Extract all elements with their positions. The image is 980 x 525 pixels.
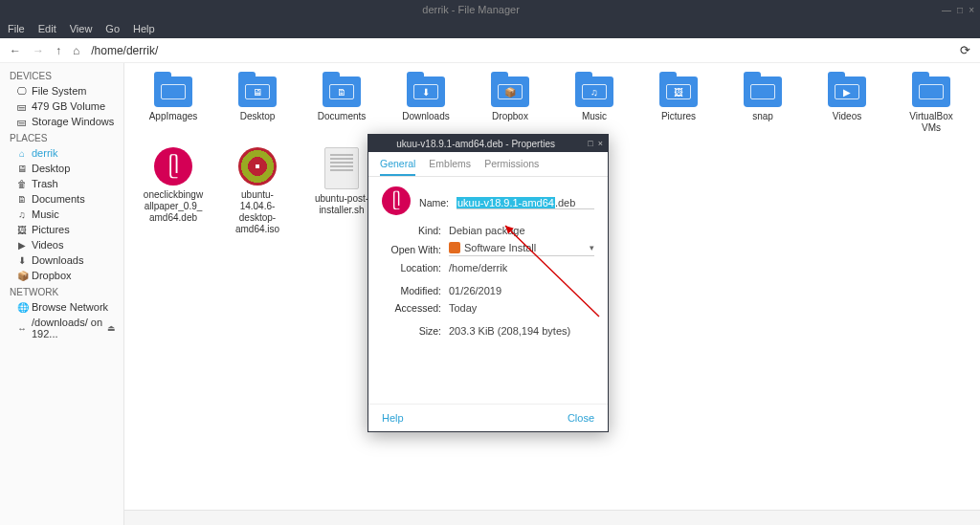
- folder-icon: ⬇: [407, 77, 445, 107]
- debian-swirl-icon: ᥫ: [382, 186, 411, 215]
- eject-icon[interactable]: ⏏: [107, 323, 116, 333]
- close-button[interactable]: Close: [568, 412, 594, 424]
- sidebar-item-icon: ⌂: [17, 148, 27, 159]
- dialog-close-icon[interactable]: ×: [598, 139, 603, 148]
- software-install-icon: [449, 242, 460, 253]
- folder-icon: [912, 77, 950, 107]
- sidebar-item-label: Pictures: [32, 224, 70, 235]
- file-item[interactable]: ᥫoneclickbingwallpaper_0.9_amd64.deb: [142, 147, 205, 235]
- sidebar-item[interactable]: ♫Music: [6, 207, 123, 222]
- dialog-title: ukuu-v18.9.1-amd64.deb - Properties: [368, 139, 583, 149]
- sidebar-item[interactable]: ⬇Downloads: [6, 252, 123, 268]
- folder-icon: 📦: [491, 77, 529, 107]
- open-with-dropdown[interactable]: Software Install ▾: [449, 242, 594, 256]
- sidebar: DEVICES🖵File System🖴479 GB Volume🖴Storag…: [0, 63, 124, 525]
- folder-item[interactable]: AppImages: [142, 77, 205, 134]
- sidebar-item-label: Trash: [32, 178, 58, 189]
- iso-disc-icon: [238, 147, 277, 186]
- folder-icon: 🖼: [659, 77, 698, 107]
- sidebar-item-icon: 🖵: [17, 86, 27, 97]
- menu-edit[interactable]: Edit: [38, 23, 56, 34]
- sidebar-item-icon: 🖴: [17, 117, 27, 127]
- sidebar-item[interactable]: ⌂derrik: [6, 145, 123, 161]
- sidebar-item[interactable]: 🗎Documents: [6, 191, 123, 207]
- sidebar-item-label: 479 GB Volume: [32, 100, 105, 112]
- sidebar-item-icon: ⬇: [17, 255, 27, 266]
- folder-item[interactable]: ▶Videos: [815, 77, 879, 134]
- name-input[interactable]: ukuu-v18.9.1-amd64.deb: [457, 197, 594, 209]
- item-label: ubuntu-14.04.6-desktop-amd64.iso: [226, 189, 289, 235]
- folder-icon: ♫: [575, 77, 613, 107]
- dialog-tabs: General Emblems Permissions: [368, 152, 608, 177]
- dialog-maximize-icon[interactable]: □: [588, 139, 592, 148]
- folder-item[interactable]: VirtualBox VMs: [900, 77, 963, 134]
- path-bar[interactable]: /home/derrik/: [91, 44, 158, 57]
- sidebar-item[interactable]: 🖴Storage Windows: [6, 114, 123, 129]
- sidebar-item-label: Desktop: [32, 163, 70, 174]
- sidebar-item-label: Documents: [32, 193, 85, 205]
- menu-file[interactable]: File: [8, 23, 25, 34]
- nav-home-icon[interactable]: ⌂: [73, 44, 79, 57]
- window-title: derrik - File Manager: [0, 4, 942, 15]
- label-modified: Modified:: [382, 285, 441, 296]
- menu-view[interactable]: View: [70, 23, 93, 34]
- folder-icon: [744, 77, 782, 107]
- sidebar-item-icon: 🗎: [17, 194, 27, 205]
- sidebar-item[interactable]: 🌐Browse Network: [6, 299, 123, 315]
- sidebar-item[interactable]: 📦Dropbox: [6, 268, 123, 283]
- nav-up-icon[interactable]: ↑: [56, 44, 61, 57]
- sidebar-item-icon: ↔: [17, 323, 27, 334]
- properties-dialog: ukuu-v18.9.1-amd64.deb - Properties □ × …: [368, 134, 609, 432]
- sidebar-item[interactable]: 🖴479 GB Volume: [6, 98, 123, 114]
- sidebar-item[interactable]: 🖥Desktop: [6, 161, 123, 176]
- value-accessed: Today: [449, 302, 477, 314]
- sidebar-item[interactable]: 🖵File System: [6, 83, 123, 98]
- help-button[interactable]: Help: [382, 412, 404, 424]
- nav-forward-icon: →: [33, 44, 44, 57]
- item-label: snap: [752, 111, 773, 122]
- item-label: Pictures: [661, 111, 696, 122]
- maximize-icon[interactable]: □: [957, 5, 963, 15]
- item-label: VirtualBox VMs: [900, 111, 963, 134]
- folder-item[interactable]: ⬇Downloads: [394, 77, 457, 134]
- folder-item[interactable]: snap: [731, 77, 794, 134]
- minimize-icon[interactable]: —: [942, 5, 951, 15]
- label-name: Name:: [411, 197, 449, 208]
- sidebar-item[interactable]: 🗑Trash: [6, 176, 123, 191]
- folder-item[interactable]: 📦Dropbox: [479, 77, 542, 134]
- sidebar-item[interactable]: 🖼Pictures: [6, 222, 123, 237]
- menu-help[interactable]: Help: [133, 23, 155, 34]
- sidebar-item-icon: ▶: [17, 240, 27, 251]
- folder-item[interactable]: ♫Music: [563, 77, 626, 134]
- tab-permissions[interactable]: Permissions: [484, 158, 539, 176]
- toolbar: ← → ↑ ⌂ /home/derrik/ ⟳: [0, 38, 980, 63]
- sidebar-section-label: PLACES: [6, 129, 123, 145]
- label-open-with: Open With:: [382, 244, 441, 255]
- file-item[interactable]: ubuntu-14.04.6-desktop-amd64.iso: [226, 147, 289, 235]
- refresh-icon[interactable]: ⟳: [960, 43, 970, 57]
- folder-icon: [154, 77, 192, 107]
- item-label: Videos: [833, 111, 861, 122]
- label-kind: Kind:: [382, 225, 441, 236]
- sidebar-item-label: Dropbox: [32, 270, 72, 281]
- item-label: oneclickbingwallpaper_0.9_amd64.deb: [142, 189, 205, 224]
- file-item[interactable]: ubuntu-post-installer.sh: [310, 147, 373, 235]
- item-label: AppImages: [149, 111, 198, 122]
- sidebar-item-label: File System: [32, 85, 86, 97]
- folder-item[interactable]: 🖥Desktop: [226, 77, 289, 134]
- close-icon[interactable]: ×: [969, 5, 974, 15]
- tab-general[interactable]: General: [380, 158, 415, 176]
- folder-item[interactable]: 🖼Pictures: [647, 77, 710, 134]
- label-accessed: Accessed:: [382, 302, 441, 314]
- folder-icon: 🗎: [323, 77, 361, 107]
- sidebar-section-label: NETWORK: [6, 283, 123, 299]
- sidebar-item[interactable]: ▶Videos: [6, 237, 123, 252]
- menubar: File Edit View Go Help: [0, 19, 980, 38]
- nav-back-icon[interactable]: ←: [10, 44, 21, 57]
- sidebar-section-label: DEVICES: [6, 67, 123, 83]
- tab-emblems[interactable]: Emblems: [429, 158, 471, 176]
- menu-go[interactable]: Go: [105, 23, 120, 34]
- item-label: Desktop: [240, 111, 276, 122]
- folder-item[interactable]: 🗎Documents: [310, 77, 373, 134]
- sidebar-item[interactable]: ↔/downloads/ on 192...⏏: [6, 315, 123, 341]
